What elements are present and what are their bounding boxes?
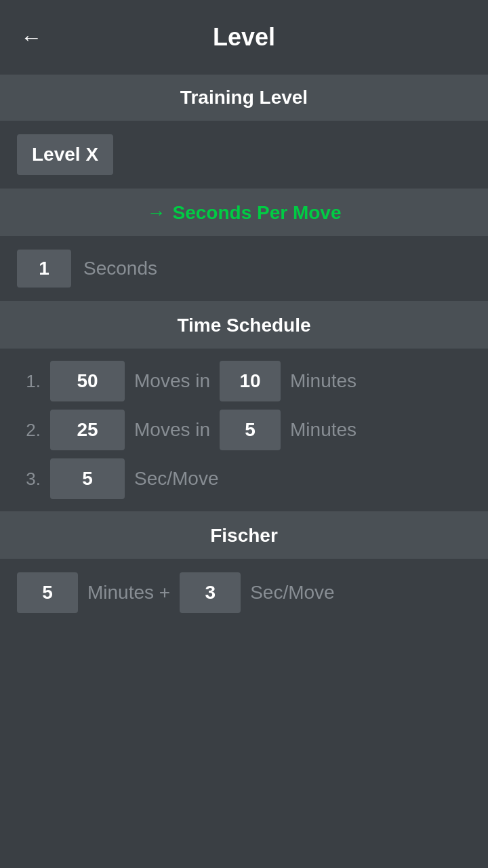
row-1-moves-label: Moves in bbox=[134, 370, 210, 392]
fischer-sec-label: Sec/Move bbox=[250, 582, 335, 604]
seconds-value-button[interactable]: 1 bbox=[17, 250, 71, 288]
schedule-row-3: 3. 5 Sec/Move bbox=[17, 458, 471, 499]
seconds-row: 1 Seconds bbox=[0, 236, 488, 301]
fischer-row: 5 Minutes + 3 Sec/Move bbox=[0, 559, 488, 627]
seconds-per-move-label: Seconds Per Move bbox=[173, 202, 342, 224]
training-level-section-bar: Training Level bbox=[0, 75, 488, 121]
training-level-content: Level X bbox=[0, 121, 488, 189]
row-2-time-value[interactable]: 5 bbox=[220, 410, 281, 450]
row-2-moves-value[interactable]: 25 bbox=[50, 410, 125, 450]
schedule-row-2: 2. 25 Moves in 5 Minutes bbox=[17, 410, 471, 450]
arrow-icon: → bbox=[147, 202, 166, 224]
back-button[interactable]: ← bbox=[14, 18, 49, 57]
row-2-time-label: Minutes bbox=[290, 419, 357, 441]
row-2-moves-label: Moves in bbox=[134, 419, 210, 441]
time-schedule-content: 1. 50 Moves in 10 Minutes 2. 25 Moves in… bbox=[0, 349, 488, 511]
fischer-minutes-value[interactable]: 5 bbox=[17, 572, 78, 613]
row-3-moves-label: Sec/Move bbox=[134, 468, 219, 490]
time-schedule-section-bar: Time Schedule bbox=[0, 302, 488, 349]
fischer-label: Fischer bbox=[210, 525, 278, 546]
row-1-time-label: Minutes bbox=[290, 370, 357, 392]
row-1-time-value[interactable]: 10 bbox=[220, 361, 281, 401]
page-title: Level bbox=[213, 23, 275, 52]
row-3-number: 3. bbox=[17, 469, 41, 490]
seconds-unit-label: Seconds bbox=[83, 258, 157, 279]
seconds-per-move-bar[interactable]: → Seconds Per Move bbox=[0, 190, 488, 236]
row-3-moves-value[interactable]: 5 bbox=[50, 458, 125, 499]
fischer-sec-value[interactable]: 3 bbox=[180, 572, 241, 613]
training-level-label: Training Level bbox=[180, 87, 308, 108]
row-2-number: 2. bbox=[17, 420, 41, 441]
time-schedule-label: Time Schedule bbox=[177, 315, 310, 336]
row-1-moves-value[interactable]: 50 bbox=[50, 361, 125, 401]
level-x-button[interactable]: Level X bbox=[17, 134, 113, 175]
schedule-row-1: 1. 50 Moves in 10 Minutes bbox=[17, 361, 471, 401]
row-1-number: 1. bbox=[17, 371, 41, 392]
fischer-minutes-label: Minutes + bbox=[87, 582, 170, 604]
fischer-section-bar: Fischer bbox=[0, 513, 488, 559]
header: ← Level bbox=[0, 0, 488, 75]
